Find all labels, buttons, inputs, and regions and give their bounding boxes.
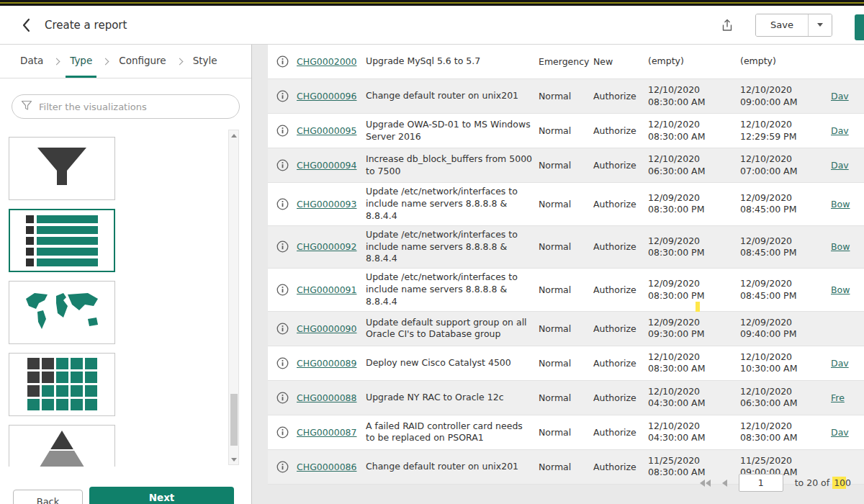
info-icon[interactable] — [268, 357, 297, 369]
viz-option-funnel-chart[interactable] — [9, 137, 115, 200]
table-row: CHG0000087A failed RAID controller card … — [268, 415, 864, 450]
record-description: Update default support group on all Orac… — [366, 314, 539, 344]
record-state: Authorize — [593, 196, 648, 212]
record-planned-start: 12/10/2020 08:30:00 AM — [648, 116, 740, 145]
save-dropdown-button[interactable] — [809, 14, 832, 36]
info-icon[interactable] — [268, 461, 297, 473]
info-icon[interactable] — [268, 125, 297, 137]
record-planned-start: 12/10/2020 08:30:00 AM — [648, 348, 740, 378]
record-description: A failed RAID controller card needs to b… — [366, 418, 539, 448]
viz-option-world-map[interactable] — [9, 281, 115, 344]
record-number-link[interactable]: CHG0000086 — [297, 459, 366, 475]
info-icon[interactable] — [268, 426, 297, 438]
record-priority: Normal — [539, 196, 593, 212]
page-number-input[interactable] — [739, 474, 783, 492]
top-strip-accent — [0, 2, 864, 4]
record-priority: Normal — [539, 238, 593, 255]
record-number-link[interactable]: CHG0002000 — [297, 53, 366, 70]
viz-option-pyramid-chart[interactable] — [9, 425, 115, 467]
next-button[interactable]: Next — [89, 487, 234, 504]
record-number-link[interactable]: CHG0000088 — [297, 390, 366, 406]
record-number-link[interactable]: CHG0000092 — [297, 238, 366, 255]
previous-page-icon[interactable] — [722, 480, 727, 487]
record-description: Upgrade NY RAC to Oracle 12c — [366, 389, 539, 407]
viz-scrollbar[interactable] — [228, 130, 239, 465]
record-state: Authorize — [593, 88, 648, 104]
record-state: Authorize — [593, 238, 648, 255]
scroll-down-icon[interactable] — [229, 454, 238, 464]
table-row: CHG0000093Update /etc/network/interfaces… — [268, 183, 864, 226]
record-planned-start: 12/10/2020 08:30:00 AM — [648, 81, 740, 111]
record-planned-start: 12/09/2020 08:30:00 PM — [648, 275, 740, 305]
record-assignee-link[interactable]: Dav — [831, 122, 864, 139]
sidebar: Data Type Configure Style — [0, 45, 252, 504]
back-button[interactable]: Back — [13, 490, 83, 504]
viz-option-list-chart[interactable] — [9, 209, 115, 272]
info-icon[interactable] — [268, 323, 297, 335]
info-icon[interactable] — [268, 198, 297, 210]
funnel-chart-icon — [27, 143, 96, 194]
record-planned-end: 12/09/2020 09:40:00 PM — [740, 314, 831, 343]
info-icon[interactable] — [268, 240, 297, 253]
viz-option-heatmap[interactable] — [9, 353, 115, 416]
scrollbar-thumb[interactable] — [230, 394, 238, 446]
step-label: Style — [193, 55, 217, 66]
record-number-link[interactable]: CHG0000089 — [297, 355, 366, 372]
record-assignee-link[interactable]: Dav — [831, 355, 864, 372]
record-assignee-link[interactable]: Dav — [831, 88, 864, 104]
record-planned-start: 12/10/2020 04:30:00 AM — [648, 418, 740, 447]
wizard-steps: Data Type Configure Style — [0, 45, 251, 78]
step-style[interactable]: Style — [189, 45, 222, 78]
save-button[interactable]: Save — [756, 14, 809, 36]
info-icon[interactable] — [268, 284, 297, 296]
record-assignee-link[interactable]: Bow — [831, 282, 864, 298]
world-map-icon — [19, 289, 105, 336]
record-description: Increase db_block_buffers from 5000 to 7… — [366, 150, 539, 181]
record-number-link[interactable]: CHG0000095 — [297, 122, 366, 139]
first-page-icon[interactable] — [700, 480, 711, 487]
record-number-link[interactable]: CHG0000096 — [297, 88, 366, 104]
record-number-link[interactable]: CHG0000087 — [297, 424, 366, 441]
record-planned-end: 12/09/2020 08:45:00 PM — [740, 233, 831, 262]
record-assignee-link — [831, 464, 864, 469]
table-row: CHG0000095Upgrade OWA-SD-01 to MS Window… — [268, 114, 864, 148]
record-assignee-link[interactable]: Dav — [831, 424, 864, 441]
page-title: Create a report — [45, 19, 127, 32]
info-icon[interactable] — [268, 159, 297, 171]
chevron-right-icon — [176, 58, 183, 65]
cropped-corner-button[interactable] — [855, 14, 864, 40]
record-planned-end: 12/10/2020 12:29:59 PM — [740, 116, 831, 145]
pager-range-label: to 20 of — [795, 477, 829, 488]
info-icon[interactable] — [268, 392, 297, 404]
info-icon[interactable] — [268, 55, 297, 68]
step-type[interactable]: Type — [66, 45, 96, 78]
record-assignee-link[interactable]: Bow — [831, 196, 864, 212]
record-assignee-link[interactable]: Bow — [831, 238, 864, 255]
record-number-link[interactable]: CHG0000091 — [297, 282, 366, 298]
info-icon[interactable] — [268, 90, 297, 102]
step-configure[interactable]: Configure — [114, 45, 170, 78]
header: Create a report Save — [0, 6, 864, 45]
share-icon[interactable] — [716, 14, 738, 36]
record-assignee-link[interactable]: Dav — [831, 157, 864, 174]
record-number-link[interactable]: CHG0000094 — [297, 157, 366, 174]
record-priority: Normal — [539, 390, 593, 406]
table-row: CHG0000091Update /etc/network/interfaces… — [268, 269, 864, 312]
table-row: CHG0002000Upgrade MySql 5.6 to 5.7Emerge… — [268, 45, 864, 79]
list-chart-icon — [24, 214, 99, 267]
record-assignee-link[interactable]: Fre — [831, 390, 864, 406]
record-planned-end: 12/09/2020 08:45:00 PM — [740, 275, 831, 305]
record-priority: Normal — [539, 459, 593, 475]
record-number-link[interactable]: CHG0000090 — [297, 320, 366, 337]
filter-visualizations-input[interactable] — [39, 102, 230, 112]
record-priority: Normal — [539, 88, 593, 104]
record-planned-start: (empty) — [648, 53, 740, 70]
filter-funnel-icon — [21, 100, 32, 114]
record-number-link[interactable]: CHG0000093 — [297, 196, 366, 212]
step-data[interactable]: Data — [16, 45, 48, 78]
record-priority: Normal — [539, 320, 593, 337]
record-planned-end: 12/09/2020 08:45:00 PM — [740, 189, 831, 219]
back-arrow-icon[interactable] — [16, 15, 36, 35]
filter-visualizations-box — [12, 94, 240, 119]
scroll-up-icon[interactable] — [229, 130, 238, 140]
